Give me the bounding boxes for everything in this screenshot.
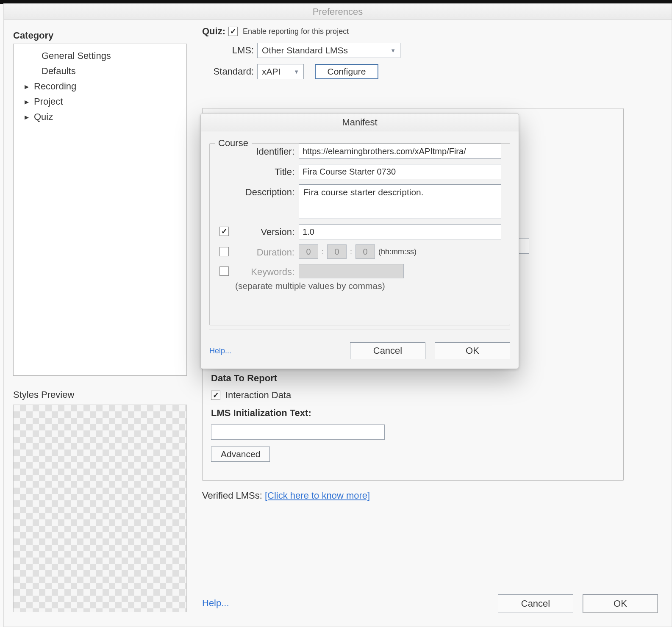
help-link[interactable]: Help...: [202, 598, 229, 609]
title-input[interactable]: [299, 164, 501, 179]
modal-separator: [209, 330, 510, 330]
keywords-note: (separate multiple values by commas): [235, 281, 510, 291]
verified-lms-prefix: Verified LMSs:: [202, 490, 265, 501]
course-fieldset-legend: Course: [215, 138, 252, 149]
standard-label: Standard:: [202, 66, 257, 77]
manifest-ok-button[interactable]: OK: [435, 342, 510, 359]
category-item-project[interactable]: Project: [14, 94, 186, 109]
window-title: Preferences: [4, 4, 672, 20]
version-checkbox[interactable]: [219, 227, 229, 236]
verified-lms-link[interactable]: [Click here to know more]: [265, 490, 370, 501]
styles-preview-canvas: [13, 405, 187, 612]
manifest-cancel-button[interactable]: Cancel: [350, 342, 425, 359]
version-input[interactable]: [299, 224, 501, 239]
title-label: Title:: [235, 164, 299, 178]
category-item-label: Recording: [34, 81, 76, 92]
category-list: General Settings Defaults Recording Proj…: [13, 44, 187, 376]
category-item-recording[interactable]: Recording: [14, 79, 186, 94]
preferences-window: Preferences Category General Settings De…: [3, 3, 672, 627]
expand-arrow-icon: [25, 83, 34, 90]
course-fieldset: Course Identifier: Title: Description: F…: [209, 143, 510, 325]
enable-reporting-label: Enable reporting for this project: [243, 27, 349, 36]
category-item-label: Defaults: [42, 66, 76, 77]
interaction-data-label: Interaction Data: [225, 390, 291, 401]
category-item-defaults[interactable]: Defaults: [14, 64, 186, 79]
manifest-help-link[interactable]: Help...: [209, 347, 231, 355]
category-item-general-settings[interactable]: General Settings: [14, 48, 186, 64]
dropdown-caret-icon: ▼: [294, 69, 299, 75]
duration-hh-input: [299, 244, 318, 259]
manifest-dialog: Manifest Course Identifier: Title: Descr…: [200, 113, 519, 369]
enable-reporting-checkbox[interactable]: [228, 27, 238, 36]
ok-button[interactable]: OK: [583, 594, 658, 613]
category-item-quiz[interactable]: Quiz: [14, 109, 186, 125]
lms-select[interactable]: Other Standard LMSs ▼: [257, 43, 400, 58]
duration-mm-input: [327, 244, 347, 259]
lms-init-text-input[interactable]: [211, 424, 385, 440]
data-to-report-heading: Data To Report: [211, 373, 615, 384]
category-item-label: Project: [34, 96, 63, 107]
lms-label: LMS:: [202, 45, 257, 56]
lms-select-value: Other Standard LMSs: [262, 45, 348, 55]
standard-select[interactable]: xAPI ▼: [257, 64, 304, 79]
styles-preview-heading: Styles Preview: [13, 389, 187, 400]
cancel-button[interactable]: Cancel: [498, 594, 573, 613]
verified-lms-line: Verified LMSs: [Click here to know more]: [202, 490, 370, 501]
quiz-label: Quiz:: [202, 26, 228, 37]
description-textarea[interactable]: Fira course starter description.: [299, 184, 501, 219]
keywords-checkbox[interactable]: [219, 266, 229, 276]
description-label: Description:: [235, 184, 299, 198]
duration-checkbox[interactable]: [219, 247, 229, 256]
colon-separator: :: [322, 247, 324, 256]
dropdown-caret-icon: ▼: [390, 47, 396, 54]
keywords-label: Keywords:: [235, 264, 299, 277]
lms-init-text-heading: LMS Initialization Text:: [211, 408, 615, 419]
expand-arrow-icon: [25, 98, 34, 105]
duration-label: Duration:: [235, 244, 299, 258]
duration-ss-input: [355, 244, 375, 259]
category-item-label: General Settings: [42, 50, 111, 61]
interaction-data-checkbox[interactable]: [211, 391, 220, 400]
keywords-input: [299, 264, 404, 278]
configure-button[interactable]: Configure: [315, 64, 378, 79]
version-label: Version:: [235, 224, 299, 238]
expand-arrow-icon: [25, 113, 34, 121]
standard-select-value: xAPI: [262, 67, 280, 77]
category-heading: Category: [13, 30, 187, 41]
advanced-button[interactable]: Advanced: [211, 447, 270, 462]
identifier-input[interactable]: [299, 144, 501, 159]
duration-suffix: (hh:mm:ss): [378, 247, 417, 256]
category-item-label: Quiz: [34, 111, 53, 122]
colon-separator: :: [350, 247, 352, 256]
manifest-dialog-title: Manifest: [201, 114, 519, 131]
